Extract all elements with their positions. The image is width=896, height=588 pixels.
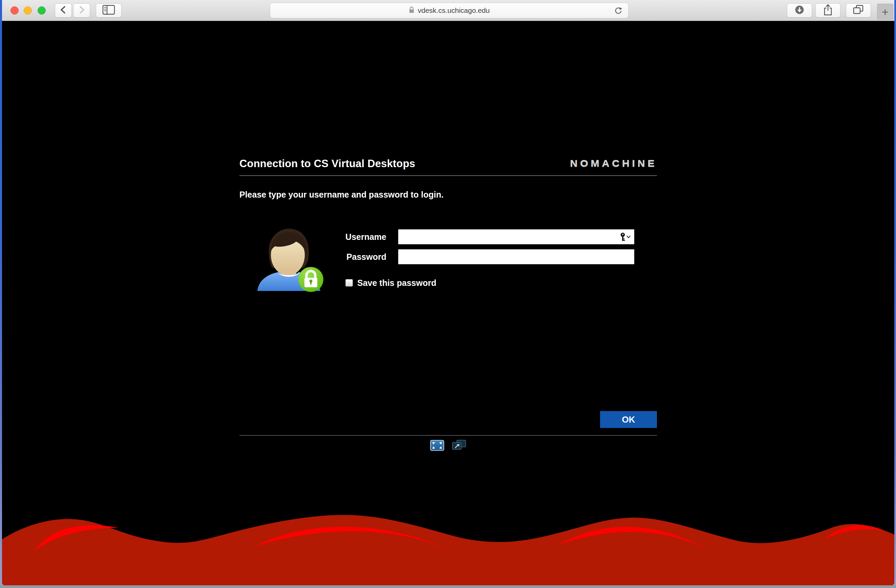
download-icon	[794, 5, 805, 16]
fullscreen-mode-button[interactable]	[430, 440, 444, 452]
display-mode-icons	[239, 439, 657, 453]
new-tab-button[interactable]: +	[877, 4, 893, 20]
plus-icon: +	[882, 6, 888, 18]
chevron-left-icon	[59, 5, 67, 15]
password-input[interactable]	[398, 249, 634, 264]
key-icon	[620, 232, 625, 242]
ok-button[interactable]: OK	[600, 411, 657, 428]
tab-overview-button[interactable]	[846, 3, 871, 18]
minimize-window-button[interactable]	[24, 6, 32, 15]
username-field-wrap	[398, 229, 634, 244]
reload-button[interactable]	[614, 6, 623, 17]
sidebar-icon	[101, 4, 116, 17]
nomachine-logo: NOMACHINE	[570, 159, 657, 169]
nomachine-login-page: Connection to CS Virtual Desktops NOMACH…	[2, 21, 894, 585]
back-button[interactable]	[55, 3, 72, 18]
password-field-wrap	[398, 249, 634, 264]
login-instruction: Please type your username and password t…	[239, 190, 443, 200]
autofill-key-button[interactable]	[620, 232, 632, 242]
footer-divider	[239, 435, 657, 436]
address-bar[interactable]: vdesk.cs.uchicago.edu	[270, 3, 628, 18]
page-title: Connection to CS Virtual Desktops	[239, 158, 415, 170]
chevron-right-icon	[78, 5, 85, 15]
tabs-icon	[852, 4, 865, 17]
header-divider	[239, 175, 657, 176]
lock-icon	[409, 6, 414, 15]
save-password-label: Save this password	[357, 278, 436, 288]
url-text: vdesk.cs.uchicago.edu	[418, 6, 490, 15]
password-label: Password	[239, 249, 386, 264]
red-wave-decoration	[2, 499, 894, 585]
share-button[interactable]	[815, 3, 840, 18]
username-label: Username	[239, 229, 386, 244]
save-password-row: Save this password	[345, 277, 436, 288]
window-bottom-edge	[0, 585, 896, 588]
downloads-button[interactable]	[787, 3, 812, 18]
username-input[interactable]	[398, 229, 634, 244]
share-icon	[822, 4, 834, 17]
forward-button[interactable]	[73, 3, 90, 18]
desktop-background: vdesk.cs.uchicago.edu	[0, 0, 896, 588]
browser-toolbar: vdesk.cs.uchicago.edu	[2, 0, 894, 21]
sidebar-toggle-button[interactable]	[96, 3, 122, 18]
windowed-mode-button[interactable]	[451, 439, 466, 453]
safari-window: vdesk.cs.uchicago.edu	[2, 0, 894, 585]
chevron-down-icon	[626, 235, 631, 239]
zoom-window-button[interactable]	[38, 6, 46, 15]
page-header: Connection to CS Virtual Desktops NOMACH…	[239, 156, 657, 171]
close-window-button[interactable]	[11, 6, 18, 15]
save-password-checkbox[interactable]	[345, 279, 353, 287]
